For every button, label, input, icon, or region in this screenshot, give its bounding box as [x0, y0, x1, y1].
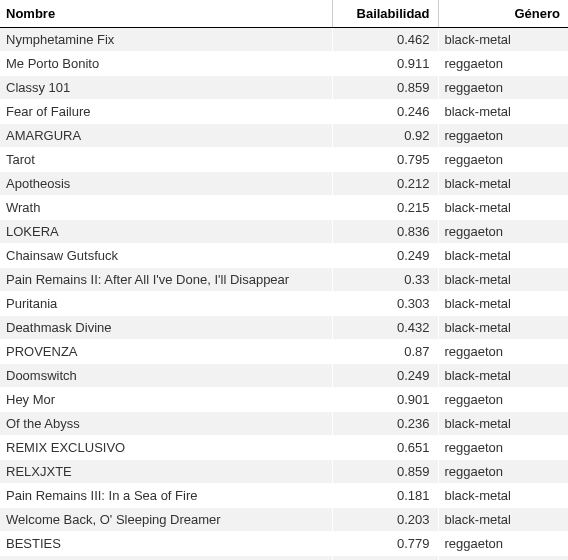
table-row: Tarot0.795reggaeton — [0, 148, 568, 172]
cell-genero: reggaeton — [438, 532, 568, 556]
cell-name: LOKERA — [0, 220, 332, 244]
cell-bailabilidad: 0.181 — [332, 484, 438, 508]
cell-bailabilidad: 0.92 — [332, 124, 438, 148]
cell-name: X SI VOLVEMOS — [0, 556, 332, 561]
cell-genero: black-metal — [438, 484, 568, 508]
cell-genero: black-metal — [438, 244, 568, 268]
table-row: PROVENZA0.87reggaeton — [0, 340, 568, 364]
table-row: Wrath0.215black-metal — [0, 196, 568, 220]
cell-genero: reggaeton — [438, 388, 568, 412]
cell-name: Doomswitch — [0, 364, 332, 388]
cell-bailabilidad: 0.462 — [332, 28, 438, 52]
cell-bailabilidad: 0.795 — [332, 148, 438, 172]
cell-bailabilidad: 0.249 — [332, 364, 438, 388]
cell-name: Hey Mor — [0, 388, 332, 412]
cell-genero: black-metal — [438, 28, 568, 52]
cell-bailabilidad: 0.901 — [332, 388, 438, 412]
table-row: BESTIES0.779reggaeton — [0, 532, 568, 556]
cell-genero: reggaeton — [438, 436, 568, 460]
cell-bailabilidad: 0.215 — [332, 196, 438, 220]
table-row: AMARGURA0.92reggaeton — [0, 124, 568, 148]
cell-bailabilidad: 0.236 — [332, 412, 438, 436]
table-row: Doomswitch0.249black-metal — [0, 364, 568, 388]
cell-bailabilidad: 0.432 — [332, 316, 438, 340]
cell-bailabilidad: 0.836 — [332, 220, 438, 244]
cell-genero: reggaeton — [438, 340, 568, 364]
cell-name: Me Porto Bonito — [0, 52, 332, 76]
cell-genero: black-metal — [438, 412, 568, 436]
cell-name: Apotheosis — [0, 172, 332, 196]
cell-genero: reggaeton — [438, 460, 568, 484]
cell-name: Welcome Back, O' Sleeping Dreamer — [0, 508, 332, 532]
cell-genero: black-metal — [438, 316, 568, 340]
cell-name: Classy 101 — [0, 76, 332, 100]
cell-genero: reggaeton — [438, 124, 568, 148]
table-row: Nymphetamine Fix0.462black-metal — [0, 28, 568, 52]
songs-table: Nombre Bailabilidad Género Nymphetamine … — [0, 0, 568, 560]
table-row: Deathmask Divine0.432black-metal — [0, 316, 568, 340]
table-row: Hey Mor0.901reggaeton — [0, 388, 568, 412]
cell-bailabilidad: 0.33 — [332, 268, 438, 292]
cell-name: Nymphetamine Fix — [0, 28, 332, 52]
table-row: Pain Remains II: After All I've Done, I'… — [0, 268, 568, 292]
table-row: RELXJXTE0.859reggaeton — [0, 460, 568, 484]
cell-name: BESTIES — [0, 532, 332, 556]
cell-name: Of the Abyss — [0, 412, 332, 436]
header-row: Nombre Bailabilidad Género — [0, 0, 568, 28]
table-row: Puritania0.303black-metal — [0, 292, 568, 316]
cell-genero: reggaeton — [438, 220, 568, 244]
cell-name: Tarot — [0, 148, 332, 172]
table-row: Chainsaw Gutsfuck0.249black-metal — [0, 244, 568, 268]
table-row: Fear of Failure0.246black-metal — [0, 100, 568, 124]
col-header-genero: Género — [438, 0, 568, 28]
cell-name: PROVENZA — [0, 340, 332, 364]
cell-bailabilidad: 0.859 — [332, 76, 438, 100]
col-header-bailabilidad: Bailabilidad — [332, 0, 438, 28]
cell-bailabilidad: 0.212 — [332, 172, 438, 196]
cell-name: REMIX EXCLUSIVO — [0, 436, 332, 460]
cell-bailabilidad: 0.793 — [332, 556, 438, 561]
cell-bailabilidad: 0.203 — [332, 508, 438, 532]
cell-name: Puritania — [0, 292, 332, 316]
col-header-name: Nombre — [0, 0, 332, 28]
table-row: Pain Remains III: In a Sea of Fire0.181b… — [0, 484, 568, 508]
cell-name: Pain Remains III: In a Sea of Fire — [0, 484, 332, 508]
cell-name: Wrath — [0, 196, 332, 220]
cell-genero: reggaeton — [438, 76, 568, 100]
table-row: Classy 1010.859reggaeton — [0, 76, 568, 100]
cell-bailabilidad: 0.911 — [332, 52, 438, 76]
cell-genero: reggaeton — [438, 556, 568, 561]
cell-bailabilidad: 0.651 — [332, 436, 438, 460]
cell-genero: reggaeton — [438, 52, 568, 76]
cell-bailabilidad: 0.859 — [332, 460, 438, 484]
cell-name: Deathmask Divine — [0, 316, 332, 340]
cell-genero: reggaeton — [438, 148, 568, 172]
cell-genero: black-metal — [438, 100, 568, 124]
cell-genero: black-metal — [438, 172, 568, 196]
cell-bailabilidad: 0.303 — [332, 292, 438, 316]
cell-name: Chainsaw Gutsfuck — [0, 244, 332, 268]
cell-bailabilidad: 0.87 — [332, 340, 438, 364]
cell-name: Fear of Failure — [0, 100, 332, 124]
cell-bailabilidad: 0.249 — [332, 244, 438, 268]
cell-name: Pain Remains II: After All I've Done, I'… — [0, 268, 332, 292]
cell-genero: black-metal — [438, 292, 568, 316]
table-row: REMIX EXCLUSIVO0.651reggaeton — [0, 436, 568, 460]
table-row: X SI VOLVEMOS0.793reggaeton — [0, 556, 568, 561]
cell-bailabilidad: 0.779 — [332, 532, 438, 556]
cell-genero: black-metal — [438, 364, 568, 388]
cell-bailabilidad: 0.246 — [332, 100, 438, 124]
cell-genero: black-metal — [438, 196, 568, 220]
cell-genero: black-metal — [438, 508, 568, 532]
table-row: Of the Abyss0.236black-metal — [0, 412, 568, 436]
cell-name: AMARGURA — [0, 124, 332, 148]
table-row: LOKERA0.836reggaeton — [0, 220, 568, 244]
cell-genero: black-metal — [438, 268, 568, 292]
cell-name: RELXJXTE — [0, 460, 332, 484]
table-row: Apotheosis0.212black-metal — [0, 172, 568, 196]
table-row: Me Porto Bonito0.911reggaeton — [0, 52, 568, 76]
table-row: Welcome Back, O' Sleeping Dreamer0.203bl… — [0, 508, 568, 532]
